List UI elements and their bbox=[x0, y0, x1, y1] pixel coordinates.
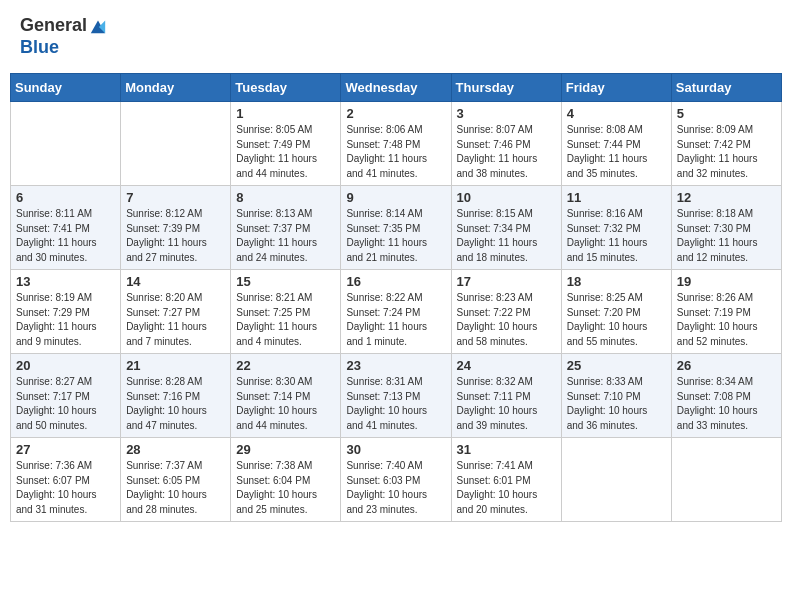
day-number: 23 bbox=[346, 358, 445, 373]
day-number: 12 bbox=[677, 190, 776, 205]
calendar-cell: 27Sunrise: 7:36 AMSunset: 6:07 PMDayligh… bbox=[11, 438, 121, 522]
day-info: Sunrise: 8:30 AMSunset: 7:14 PMDaylight:… bbox=[236, 375, 335, 433]
calendar-cell: 4Sunrise: 8:08 AMSunset: 7:44 PMDaylight… bbox=[561, 102, 671, 186]
week-row-1: 1Sunrise: 8:05 AMSunset: 7:49 PMDaylight… bbox=[11, 102, 782, 186]
weekday-header-thursday: Thursday bbox=[451, 74, 561, 102]
logo-arrow-icon bbox=[89, 17, 107, 35]
calendar-cell: 25Sunrise: 8:33 AMSunset: 7:10 PMDayligh… bbox=[561, 354, 671, 438]
day-info: Sunrise: 8:31 AMSunset: 7:13 PMDaylight:… bbox=[346, 375, 445, 433]
day-info: Sunrise: 8:32 AMSunset: 7:11 PMDaylight:… bbox=[457, 375, 556, 433]
calendar-cell: 5Sunrise: 8:09 AMSunset: 7:42 PMDaylight… bbox=[671, 102, 781, 186]
day-info: Sunrise: 8:19 AMSunset: 7:29 PMDaylight:… bbox=[16, 291, 115, 349]
day-info: Sunrise: 8:33 AMSunset: 7:10 PMDaylight:… bbox=[567, 375, 666, 433]
calendar-cell: 13Sunrise: 8:19 AMSunset: 7:29 PMDayligh… bbox=[11, 270, 121, 354]
calendar-cell: 3Sunrise: 8:07 AMSunset: 7:46 PMDaylight… bbox=[451, 102, 561, 186]
day-number: 8 bbox=[236, 190, 335, 205]
day-number: 3 bbox=[457, 106, 556, 121]
day-number: 13 bbox=[16, 274, 115, 289]
day-number: 16 bbox=[346, 274, 445, 289]
day-info: Sunrise: 8:05 AMSunset: 7:49 PMDaylight:… bbox=[236, 123, 335, 181]
week-row-3: 13Sunrise: 8:19 AMSunset: 7:29 PMDayligh… bbox=[11, 270, 782, 354]
calendar-cell bbox=[671, 438, 781, 522]
day-info: Sunrise: 8:06 AMSunset: 7:48 PMDaylight:… bbox=[346, 123, 445, 181]
calendar-cell bbox=[121, 102, 231, 186]
day-info: Sunrise: 8:14 AMSunset: 7:35 PMDaylight:… bbox=[346, 207, 445, 265]
calendar-cell: 10Sunrise: 8:15 AMSunset: 7:34 PMDayligh… bbox=[451, 186, 561, 270]
weekday-header-saturday: Saturday bbox=[671, 74, 781, 102]
day-info: Sunrise: 8:28 AMSunset: 7:16 PMDaylight:… bbox=[126, 375, 225, 433]
calendar-cell: 14Sunrise: 8:20 AMSunset: 7:27 PMDayligh… bbox=[121, 270, 231, 354]
calendar-cell: 28Sunrise: 7:37 AMSunset: 6:05 PMDayligh… bbox=[121, 438, 231, 522]
day-info: Sunrise: 7:40 AMSunset: 6:03 PMDaylight:… bbox=[346, 459, 445, 517]
calendar-cell bbox=[11, 102, 121, 186]
calendar-cell: 24Sunrise: 8:32 AMSunset: 7:11 PMDayligh… bbox=[451, 354, 561, 438]
day-info: Sunrise: 8:18 AMSunset: 7:30 PMDaylight:… bbox=[677, 207, 776, 265]
weekday-header-monday: Monday bbox=[121, 74, 231, 102]
weekday-header-row: SundayMondayTuesdayWednesdayThursdayFrid… bbox=[11, 74, 782, 102]
day-info: Sunrise: 8:09 AMSunset: 7:42 PMDaylight:… bbox=[677, 123, 776, 181]
calendar-cell: 9Sunrise: 8:14 AMSunset: 7:35 PMDaylight… bbox=[341, 186, 451, 270]
day-info: Sunrise: 8:23 AMSunset: 7:22 PMDaylight:… bbox=[457, 291, 556, 349]
day-number: 18 bbox=[567, 274, 666, 289]
day-info: Sunrise: 8:15 AMSunset: 7:34 PMDaylight:… bbox=[457, 207, 556, 265]
logo-text-blue: Blue bbox=[20, 37, 59, 59]
day-info: Sunrise: 8:07 AMSunset: 7:46 PMDaylight:… bbox=[457, 123, 556, 181]
calendar-cell: 2Sunrise: 8:06 AMSunset: 7:48 PMDaylight… bbox=[341, 102, 451, 186]
day-number: 25 bbox=[567, 358, 666, 373]
week-row-2: 6Sunrise: 8:11 AMSunset: 7:41 PMDaylight… bbox=[11, 186, 782, 270]
calendar-cell: 23Sunrise: 8:31 AMSunset: 7:13 PMDayligh… bbox=[341, 354, 451, 438]
day-number: 21 bbox=[126, 358, 225, 373]
day-info: Sunrise: 8:34 AMSunset: 7:08 PMDaylight:… bbox=[677, 375, 776, 433]
calendar-cell: 6Sunrise: 8:11 AMSunset: 7:41 PMDaylight… bbox=[11, 186, 121, 270]
calendar-cell: 31Sunrise: 7:41 AMSunset: 6:01 PMDayligh… bbox=[451, 438, 561, 522]
weekday-header-wednesday: Wednesday bbox=[341, 74, 451, 102]
day-info: Sunrise: 7:41 AMSunset: 6:01 PMDaylight:… bbox=[457, 459, 556, 517]
day-number: 10 bbox=[457, 190, 556, 205]
day-number: 11 bbox=[567, 190, 666, 205]
calendar-cell: 22Sunrise: 8:30 AMSunset: 7:14 PMDayligh… bbox=[231, 354, 341, 438]
calendar-cell: 26Sunrise: 8:34 AMSunset: 7:08 PMDayligh… bbox=[671, 354, 781, 438]
calendar-cell: 16Sunrise: 8:22 AMSunset: 7:24 PMDayligh… bbox=[341, 270, 451, 354]
day-number: 14 bbox=[126, 274, 225, 289]
calendar-cell: 15Sunrise: 8:21 AMSunset: 7:25 PMDayligh… bbox=[231, 270, 341, 354]
calendar-cell: 29Sunrise: 7:38 AMSunset: 6:04 PMDayligh… bbox=[231, 438, 341, 522]
day-number: 27 bbox=[16, 442, 115, 457]
day-number: 7 bbox=[126, 190, 225, 205]
day-info: Sunrise: 8:08 AMSunset: 7:44 PMDaylight:… bbox=[567, 123, 666, 181]
day-number: 19 bbox=[677, 274, 776, 289]
day-info: Sunrise: 8:25 AMSunset: 7:20 PMDaylight:… bbox=[567, 291, 666, 349]
day-number: 6 bbox=[16, 190, 115, 205]
page-header: General Blue bbox=[10, 10, 782, 63]
day-number: 29 bbox=[236, 442, 335, 457]
calendar-cell: 11Sunrise: 8:16 AMSunset: 7:32 PMDayligh… bbox=[561, 186, 671, 270]
calendar-cell: 20Sunrise: 8:27 AMSunset: 7:17 PMDayligh… bbox=[11, 354, 121, 438]
calendar-cell: 30Sunrise: 7:40 AMSunset: 6:03 PMDayligh… bbox=[341, 438, 451, 522]
logo: General Blue bbox=[20, 15, 107, 58]
day-number: 20 bbox=[16, 358, 115, 373]
calendar-table: SundayMondayTuesdayWednesdayThursdayFrid… bbox=[10, 73, 782, 522]
logo-text-general: General bbox=[20, 15, 87, 37]
calendar-cell: 1Sunrise: 8:05 AMSunset: 7:49 PMDaylight… bbox=[231, 102, 341, 186]
day-number: 26 bbox=[677, 358, 776, 373]
day-number: 4 bbox=[567, 106, 666, 121]
day-number: 17 bbox=[457, 274, 556, 289]
day-info: Sunrise: 7:36 AMSunset: 6:07 PMDaylight:… bbox=[16, 459, 115, 517]
day-info: Sunrise: 8:11 AMSunset: 7:41 PMDaylight:… bbox=[16, 207, 115, 265]
day-number: 5 bbox=[677, 106, 776, 121]
day-number: 30 bbox=[346, 442, 445, 457]
calendar-cell bbox=[561, 438, 671, 522]
weekday-header-sunday: Sunday bbox=[11, 74, 121, 102]
day-number: 28 bbox=[126, 442, 225, 457]
weekday-header-tuesday: Tuesday bbox=[231, 74, 341, 102]
calendar-cell: 8Sunrise: 8:13 AMSunset: 7:37 PMDaylight… bbox=[231, 186, 341, 270]
day-number: 22 bbox=[236, 358, 335, 373]
day-number: 9 bbox=[346, 190, 445, 205]
calendar-cell: 21Sunrise: 8:28 AMSunset: 7:16 PMDayligh… bbox=[121, 354, 231, 438]
day-number: 31 bbox=[457, 442, 556, 457]
weekday-header-friday: Friday bbox=[561, 74, 671, 102]
day-info: Sunrise: 8:20 AMSunset: 7:27 PMDaylight:… bbox=[126, 291, 225, 349]
calendar-cell: 19Sunrise: 8:26 AMSunset: 7:19 PMDayligh… bbox=[671, 270, 781, 354]
day-number: 15 bbox=[236, 274, 335, 289]
day-info: Sunrise: 8:21 AMSunset: 7:25 PMDaylight:… bbox=[236, 291, 335, 349]
day-info: Sunrise: 7:37 AMSunset: 6:05 PMDaylight:… bbox=[126, 459, 225, 517]
